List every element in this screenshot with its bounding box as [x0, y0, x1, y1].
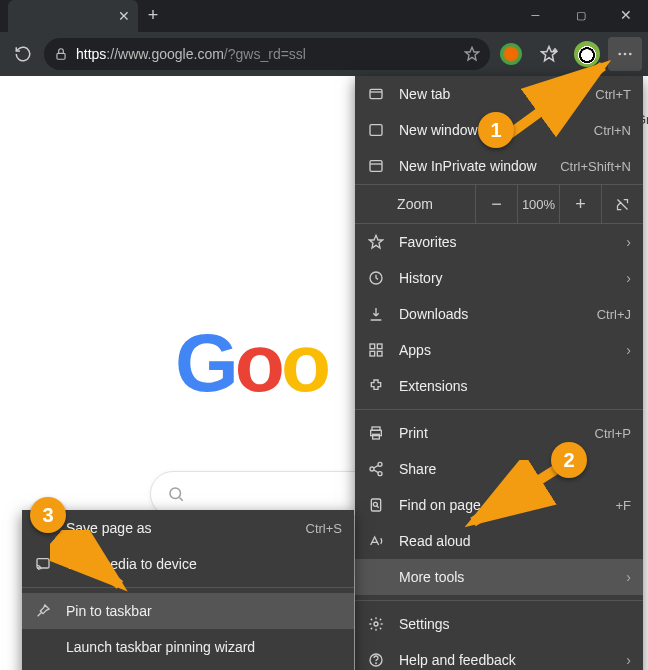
svg-rect-11: [370, 161, 382, 172]
menu-favorites[interactable]: Favorites ›: [355, 224, 643, 260]
svg-point-3: [618, 53, 621, 56]
svg-line-34: [60, 535, 120, 585]
svg-line-23: [374, 465, 379, 468]
menu-print[interactable]: Print Ctrl+P: [355, 415, 643, 451]
svg-rect-25: [371, 499, 380, 511]
chevron-right-icon: ›: [626, 270, 631, 286]
svg-point-28: [374, 622, 378, 626]
apps-icon: [367, 342, 385, 358]
submenu-launch-wizard[interactable]: Launch taskbar pinning wizard: [22, 629, 354, 665]
svg-point-4: [624, 53, 627, 56]
svg-line-24: [374, 470, 379, 473]
browser-tab[interactable]: ✕: [8, 0, 138, 32]
menu-extensions[interactable]: Extensions: [355, 368, 643, 404]
svg-line-27: [377, 506, 379, 508]
svg-line-32: [504, 66, 603, 138]
share-icon: [367, 461, 385, 477]
shortcut-text: Ctrl+P: [595, 426, 631, 441]
menu-settings[interactable]: Settings: [355, 606, 643, 642]
refresh-button[interactable]: [6, 37, 40, 71]
menu-label: Apps: [399, 342, 612, 358]
fullscreen-button[interactable]: [601, 184, 643, 224]
shortcut-text: Ctrl+J: [597, 307, 631, 322]
menu-separator: [355, 409, 643, 410]
menu-more-tools[interactable]: More tools ›: [355, 559, 643, 595]
menu-downloads[interactable]: Downloads Ctrl+J: [355, 296, 643, 332]
chevron-right-icon: ›: [626, 342, 631, 358]
zoom-label: Zoom: [355, 196, 475, 212]
chevron-right-icon: ›: [626, 234, 631, 250]
new-tab-icon: [367, 86, 385, 102]
close-window-button[interactable]: ✕: [603, 0, 648, 30]
svg-rect-10: [370, 125, 382, 136]
read-aloud-icon: [367, 533, 385, 549]
close-tab-icon[interactable]: ✕: [118, 8, 130, 24]
menu-help[interactable]: Help and feedback ›: [355, 642, 643, 670]
svg-rect-0: [57, 53, 65, 59]
window-controls: ─ ▢ ✕: [513, 0, 648, 30]
annotation-arrow-1: [418, 56, 618, 156]
menu-label: Downloads: [399, 306, 583, 322]
zoom-value: 100%: [517, 184, 559, 224]
svg-point-22: [378, 472, 382, 476]
chevron-right-icon: ›: [626, 652, 631, 668]
menu-label: More tools: [399, 569, 612, 585]
menu-apps[interactable]: Apps ›: [355, 332, 643, 368]
annotation-badge-3: 3: [30, 497, 66, 533]
menu-label: New InPrivate window: [399, 158, 546, 174]
inprivate-icon: [367, 158, 385, 174]
zoom-out-button[interactable]: −: [475, 184, 517, 224]
svg-point-21: [370, 467, 374, 471]
svg-line-7: [179, 497, 182, 500]
google-logo: Goo: [175, 316, 327, 410]
maximize-button[interactable]: ▢: [558, 0, 603, 30]
annotation-badge-1: 1: [478, 112, 514, 148]
print-icon: [367, 425, 385, 441]
find-icon: [367, 497, 385, 513]
menu-label: Launch taskbar pinning wizard: [66, 639, 342, 655]
menu-separator: [355, 600, 643, 601]
history-icon: [367, 270, 385, 286]
shortcut-text: +F: [615, 498, 631, 513]
svg-rect-14: [377, 344, 382, 349]
settings-icon: [367, 616, 385, 632]
menu-label: Settings: [399, 616, 631, 632]
favorites-icon: [367, 234, 385, 250]
minimize-button[interactable]: ─: [513, 0, 558, 30]
svg-point-6: [170, 488, 181, 499]
menu-label: History: [399, 270, 612, 286]
annotation-arrow-3: [50, 530, 150, 610]
zoom-in-button[interactable]: +: [559, 184, 601, 224]
zoom-row: Zoom − 100% +: [355, 184, 643, 224]
new-window-icon: [367, 122, 385, 138]
titlebar: ✕ + ─ ▢ ✕: [0, 0, 648, 32]
svg-rect-13: [370, 344, 375, 349]
svg-point-20: [378, 462, 382, 466]
main-menu: New tab Ctrl+T New window Ctrl+N New InP…: [355, 76, 643, 670]
new-tab-button[interactable]: +: [138, 0, 168, 30]
annotation-badge-2: 2: [551, 442, 587, 478]
shortcut-text: Ctrl+S: [306, 521, 342, 536]
downloads-icon: [367, 306, 385, 322]
chevron-right-icon: ›: [626, 569, 631, 585]
lock-icon: [54, 47, 68, 61]
svg-point-5: [629, 53, 632, 56]
svg-point-30: [376, 663, 377, 664]
menu-history[interactable]: History ›: [355, 260, 643, 296]
help-icon: [367, 652, 385, 668]
svg-line-33: [473, 470, 555, 522]
menu-label: Print: [399, 425, 581, 441]
url-text: https://www.google.com/?gws_rd=ssl: [76, 46, 306, 62]
svg-rect-15: [370, 351, 375, 356]
shortcut-text: Ctrl+Shift+N: [560, 159, 631, 174]
svg-rect-8: [370, 89, 382, 98]
svg-rect-16: [377, 351, 382, 356]
extensions-icon: [367, 378, 385, 394]
menu-label: Favorites: [399, 234, 612, 250]
menu-label: Help and feedback: [399, 652, 612, 668]
menu-label: Extensions: [399, 378, 631, 394]
search-icon: [167, 485, 185, 503]
